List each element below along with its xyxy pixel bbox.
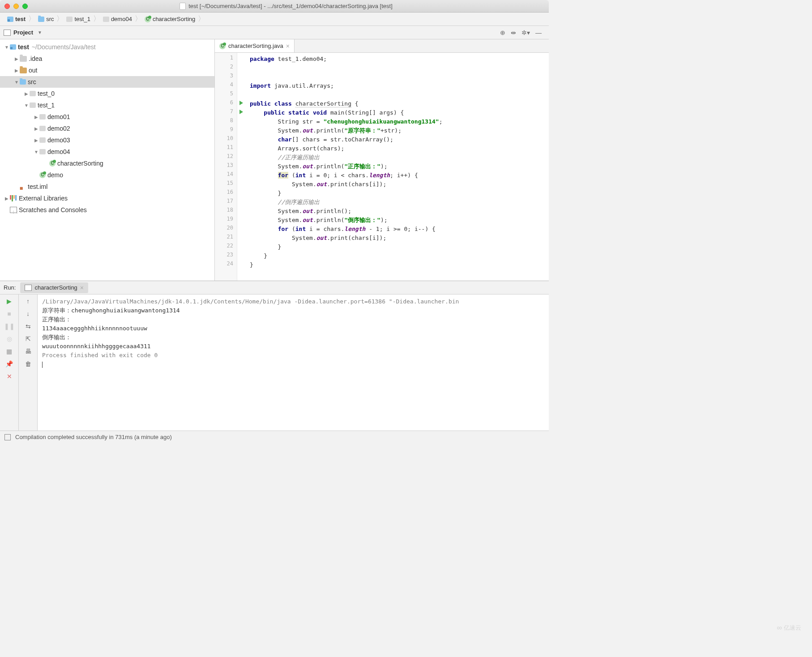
folder-icon xyxy=(38,17,44,22)
package-icon xyxy=(30,91,36,96)
status-bar: Compilation completed successfully in 73… xyxy=(0,431,549,443)
class-icon xyxy=(145,16,151,22)
down-button[interactable]: ↓ xyxy=(24,310,32,318)
tree-node-file[interactable]: test.iml xyxy=(0,181,214,192)
run-toolbar-right: ↑ ↓ ⇆ ⇱ 🖶 🗑 xyxy=(19,294,38,431)
tab-label: characterSorting.java xyxy=(228,43,283,49)
library-icon xyxy=(10,195,17,201)
tree-node[interactable]: demo04 xyxy=(0,146,214,158)
close-window-button[interactable] xyxy=(4,4,10,9)
tree-node[interactable]: demo01 xyxy=(0,111,214,123)
package-icon xyxy=(30,102,36,108)
stop-button[interactable]: ■ xyxy=(5,310,13,318)
up-button[interactable]: ↑ xyxy=(24,297,32,305)
editor-tabs: characterSorting.java × xyxy=(215,39,549,53)
package-icon xyxy=(39,126,46,131)
tree-node[interactable]: .idea xyxy=(0,53,214,64)
class-icon xyxy=(219,43,226,49)
breadcrumb-item[interactable]: characterSorting xyxy=(143,16,197,22)
project-tree[interactable]: test~/Documents/Java/test .idea out src … xyxy=(0,39,215,281)
tree-node-scratches[interactable]: Scratches and Consoles xyxy=(0,204,214,216)
delete-button[interactable]: 🗑 xyxy=(24,360,32,368)
breadcrumb-bar: test〉 src〉 test_1〉 demo04〉 characterSort… xyxy=(0,13,549,26)
run-gutter-icon[interactable] xyxy=(239,101,243,105)
tree-node-file[interactable]: characterSorting xyxy=(0,158,214,169)
breadcrumb-item[interactable]: src xyxy=(36,16,56,22)
tree-node-external[interactable]: External Libraries xyxy=(0,192,214,204)
close-icon[interactable]: × xyxy=(80,284,84,291)
run-toolbar-left: ▶ ■ ❚❚ ◎ ▦ 📌 ✕ xyxy=(0,294,19,431)
dropdown-arrow-icon[interactable]: ▼ xyxy=(38,30,42,35)
console-output[interactable]: /Library/Java/JavaVirtualMachines/jdk-14… xyxy=(38,294,549,431)
wrap-button[interactable]: ⇆ xyxy=(24,322,32,330)
hide-button[interactable]: — xyxy=(535,29,542,36)
status-icon[interactable] xyxy=(4,434,11,440)
tree-node[interactable]: demo02 xyxy=(0,123,214,134)
titlebar: test [~/Documents/Java/test] - .../src/t… xyxy=(0,0,549,13)
run-label: Run: xyxy=(4,284,16,291)
status-message: Compilation completed successfully in 73… xyxy=(15,434,172,440)
line-gutter: 1 2 3 4 5 6 7 8 9 10 11 12 13 14 15 16 1 xyxy=(215,53,237,281)
export-button[interactable]: ⇱ xyxy=(24,335,32,343)
folder-icon xyxy=(20,68,27,73)
close-tab-icon[interactable]: × xyxy=(286,43,290,50)
package-icon xyxy=(103,17,109,22)
settings-gear-icon[interactable]: ✲▾ xyxy=(521,29,530,36)
run-gutter-icon[interactable] xyxy=(239,110,243,114)
run-config-tab[interactable]: characterSorting × xyxy=(20,282,88,293)
package-icon xyxy=(39,114,46,119)
file-icon xyxy=(179,3,186,10)
tree-node-src[interactable]: src xyxy=(0,76,214,88)
layout-button[interactable]: ▦ xyxy=(5,347,13,355)
code-content[interactable]: package test_1.demo04; import java.util.… xyxy=(237,53,549,281)
collapse-button[interactable]: ⇹ xyxy=(511,29,516,36)
module-icon xyxy=(7,17,13,22)
code-editor[interactable]: 1 2 3 4 5 6 7 8 9 10 11 12 13 14 15 16 1 xyxy=(215,53,549,281)
module-icon xyxy=(10,44,16,50)
package-icon xyxy=(39,149,46,154)
minimize-window-button[interactable] xyxy=(13,4,19,9)
package-icon xyxy=(39,137,46,143)
editor-tab[interactable]: characterSorting.java × xyxy=(215,39,295,52)
close-run-button[interactable]: ✕ xyxy=(5,372,13,380)
tree-node-root[interactable]: test~/Documents/Java/test xyxy=(0,41,214,53)
tree-node-file[interactable]: demo xyxy=(0,169,214,181)
project-toolbar: Project ▼ ⊕ ⇹ ✲▾ — xyxy=(0,26,549,39)
maximize-window-button[interactable] xyxy=(22,4,28,9)
tree-node[interactable]: test_0 xyxy=(0,88,214,99)
tree-node[interactable]: out xyxy=(0,64,214,76)
breadcrumb-item[interactable]: test xyxy=(5,16,27,22)
iml-icon xyxy=(20,183,26,190)
breadcrumb-item[interactable]: test_1 xyxy=(64,16,92,22)
rerun-button[interactable]: ▶ xyxy=(5,297,13,305)
folder-icon xyxy=(20,56,27,62)
class-icon xyxy=(49,160,56,166)
locate-button[interactable]: ⊕ xyxy=(500,29,505,36)
package-icon xyxy=(66,17,73,22)
print-button[interactable]: 🖶 xyxy=(24,347,32,355)
source-folder-icon xyxy=(20,79,26,85)
pin-button[interactable]: 📌 xyxy=(5,360,13,368)
class-icon xyxy=(39,172,46,178)
pause-button[interactable]: ❚❚ xyxy=(5,322,13,330)
breadcrumb-item[interactable]: demo04 xyxy=(101,16,134,22)
project-title[interactable]: Project xyxy=(13,29,33,36)
project-view-icon[interactable] xyxy=(4,30,11,36)
tree-node[interactable]: test_1 xyxy=(0,99,214,111)
run-panel: Run: characterSorting × ▶ ■ ❚❚ ◎ ▦ 📌 ✕ ↑… xyxy=(0,281,549,431)
dump-button[interactable]: ◎ xyxy=(5,335,13,343)
tree-node[interactable]: demo03 xyxy=(0,134,214,146)
scratches-icon xyxy=(10,207,17,213)
window-title: test [~/Documents/Java/test] - .../src/t… xyxy=(188,3,393,9)
run-config-icon xyxy=(25,285,32,291)
